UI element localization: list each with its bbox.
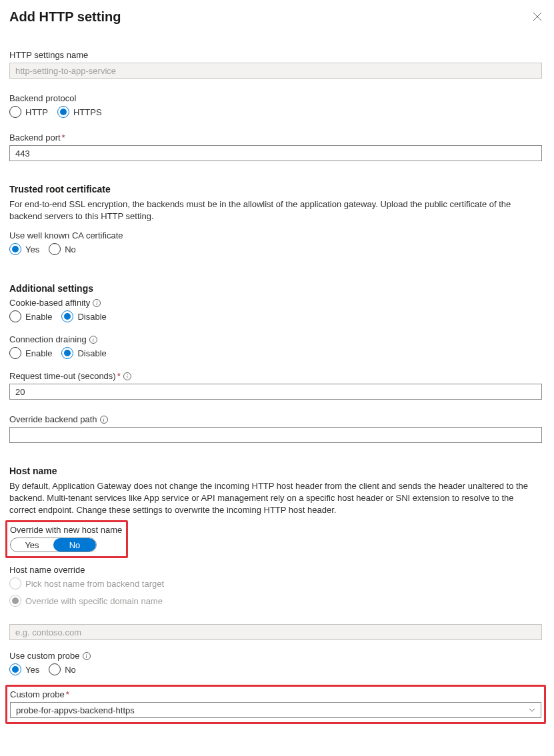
toggle-no[interactable]: No — [53, 538, 96, 552]
request-timeout-input[interactable] — [9, 384, 542, 400]
cookie-affinity-label: Cookie-based affinity — [9, 298, 90, 308]
use-custom-probe-label: Use custom probe — [9, 651, 80, 661]
info-icon[interactable]: i — [83, 652, 91, 660]
additional-settings-heading: Additional settings — [9, 283, 542, 294]
toggle-yes[interactable]: Yes — [11, 538, 53, 552]
override-hostname-highlight: Override with new host name Yes No — [5, 520, 128, 558]
override-backend-path-label: Override backend path — [9, 414, 97, 424]
radio-label: No — [65, 665, 76, 675]
info-icon[interactable]: i — [93, 299, 101, 307]
info-icon[interactable]: i — [89, 336, 97, 344]
http-settings-name-input[interactable] — [9, 63, 542, 79]
custom-probe-yes-radio[interactable]: Yes — [9, 663, 39, 675]
host-name-desc: By default, Application Gateway does not… — [9, 480, 542, 516]
radio-label: Disable — [77, 312, 106, 322]
custom-probe-no-radio[interactable]: No — [49, 663, 76, 675]
custom-probe-select[interactable] — [10, 702, 541, 718]
radio-label: Yes — [25, 665, 39, 675]
use-ca-yes-radio[interactable]: Yes — [9, 243, 39, 255]
backend-port-label: Backend port* — [9, 133, 542, 143]
connection-draining-label: Connection draining — [9, 334, 87, 344]
http-settings-name-label: HTTP settings name — [9, 50, 542, 60]
host-name-override-label: Host name override — [9, 565, 542, 575]
radio-label: HTTPS — [73, 107, 102, 117]
custom-probe-highlight: Custom probe* — [5, 685, 546, 724]
override-backend-path-input[interactable] — [9, 427, 542, 443]
radio-label: Enable — [25, 348, 52, 358]
backend-protocol-label: Backend protocol — [9, 93, 542, 103]
close-icon[interactable] — [533, 12, 542, 21]
page-title: Add HTTP setting — [9, 9, 121, 25]
radio-label: Yes — [25, 244, 39, 254]
radio-label: Pick host name from backend target — [25, 579, 164, 589]
override-hostname-toggle[interactable]: Yes No — [10, 538, 97, 552]
cookie-disable-radio[interactable]: Disable — [61, 310, 106, 322]
radio-label: Enable — [25, 312, 52, 322]
info-icon[interactable]: i — [123, 372, 131, 380]
use-ca-label: Use well known CA certificate — [9, 230, 542, 240]
request-timeout-label: Request time-out (seconds)* — [9, 371, 121, 381]
backend-port-input[interactable] — [9, 145, 542, 161]
trusted-root-heading: Trusted root certificate — [9, 184, 542, 194]
override-specific-domain-radio: Override with specific domain name — [9, 595, 163, 607]
override-hostname-label: Override with new host name — [10, 525, 122, 535]
custom-probe-field-label: Custom probe* — [10, 689, 541, 699]
info-icon[interactable]: i — [100, 416, 108, 424]
specific-domain-input — [9, 624, 542, 640]
pick-from-backend-radio: Pick host name from backend target — [9, 577, 164, 589]
cookie-enable-radio[interactable]: Enable — [9, 310, 52, 322]
radio-label: No — [65, 244, 76, 254]
radio-label: Disable — [77, 348, 106, 358]
radio-label: Override with specific domain name — [25, 596, 163, 606]
trusted-root-desc: For end-to-end SSL encryption, the backe… — [9, 198, 542, 222]
radio-label: HTTP — [25, 107, 48, 117]
backend-protocol-https-radio[interactable]: HTTPS — [57, 106, 102, 118]
host-name-heading: Host name — [9, 466, 542, 476]
use-ca-no-radio[interactable]: No — [49, 243, 76, 255]
backend-protocol-http-radio[interactable]: HTTP — [9, 106, 48, 118]
drain-enable-radio[interactable]: Enable — [9, 347, 52, 359]
drain-disable-radio[interactable]: Disable — [61, 347, 106, 359]
